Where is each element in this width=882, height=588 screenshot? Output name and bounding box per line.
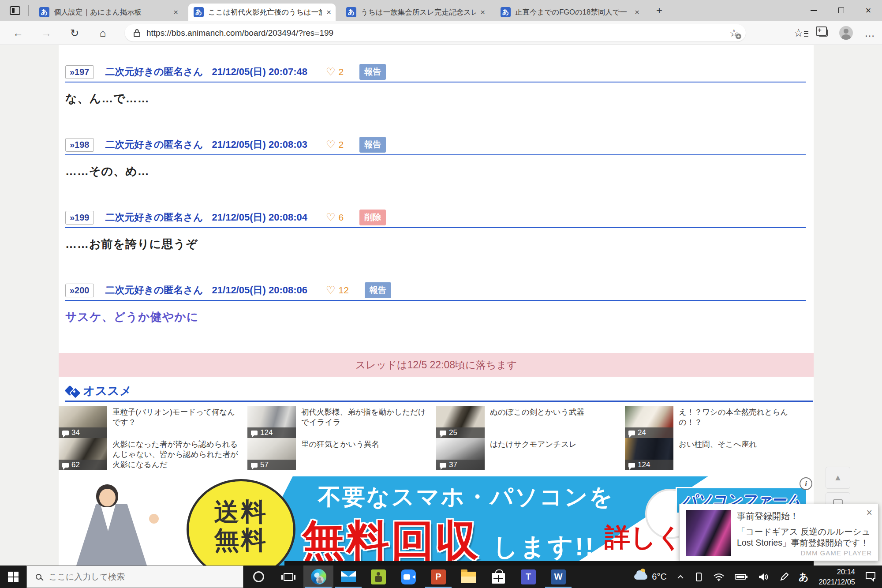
menu-ellipsis-icon[interactable]: … [864,31,876,35]
refresh-button[interactable]: ↻ [67,26,82,40]
task-view-button[interactable] [273,566,303,588]
show-hidden-icons-button[interactable] [677,575,684,579]
taskbar-clock[interactable]: 20:14 2021/12/05 [818,567,855,587]
window-controls: × [800,0,882,21]
post-like-button[interactable]: ♡ 2 [326,139,344,150]
recommend-grid: 34 重粒子(バリオン)モードって何なんです？ 124 初代火影様、弟が指を動か… [59,406,814,470]
ad-cta-text[interactable]: 詳しく [605,521,683,555]
green-app-icon [371,569,386,584]
thread-title-link[interactable]: はたけサクモアンチスレ [490,438,625,449]
thread-title-link[interactable]: 重粒子(バリオン)モードって何なんです？ [112,406,247,427]
pen-tray-icon[interactable] [780,573,789,581]
battery-tray-icon[interactable] [735,573,748,581]
taskbar-teams-button[interactable]: T [513,566,543,588]
report-button[interactable]: 報告 [365,282,391,298]
search-icon [36,574,41,580]
taskbar-file-explorer-button[interactable] [453,566,483,588]
favorites-icon[interactable]: ☆ [794,27,804,38]
collections-icon[interactable] [818,29,828,37]
post-author: 二次元好きの匿名さん [105,211,203,224]
thread-title-link[interactable]: ぬのぼこの剣とかいう武器 [490,406,625,417]
taskbar-zoom-button[interactable] [393,566,423,588]
thread-title-link[interactable]: え！？ワシの本全然売れとらんの！？ [679,406,814,427]
recommend-item[interactable]: 124 初代火影様、弟が指を動かしただけでイライラ [247,406,436,438]
notification-toast[interactable]: 事前登録開始！ 「コードギアス 反逆のルルーシュ Lost Stories」事前… [679,504,878,561]
scroll-to-top-button[interactable]: ▲ [826,467,850,489]
volume-tray-icon[interactable] [758,573,770,581]
thread-title-link[interactable]: 里の狂気とかいう異名 [301,438,436,449]
windows-logo-icon [8,572,19,582]
maximize-button[interactable] [827,0,855,21]
thread-title-link[interactable]: 火影になった者が皆から認められるんじゃない、皆から認められた者が火影になるんだ [112,438,247,470]
tab-3[interactable]: あ うちは一族集会所スレ完走記念スレ × [341,4,490,21]
post-number[interactable]: »200 [65,284,94,297]
comment-count: 24 [638,428,646,437]
back-button[interactable]: ← [11,26,26,40]
site-favicon-icon: あ [39,7,49,17]
post-like-button[interactable]: ♡ 12 [326,285,349,296]
tab-close-icon[interactable]: × [635,8,639,16]
search-input[interactable] [49,572,216,582]
close-window-button[interactable]: × [855,0,882,21]
thread-title-link[interactable]: おい柱間、そこへ座れ [679,438,814,449]
toast-close-icon[interactable]: × [867,508,872,518]
add-favorite-icon[interactable]: ☆ [729,28,739,38]
post-number[interactable]: »199 [65,211,94,225]
forward-button[interactable]: → [39,26,54,40]
recommend-item[interactable]: 24 え！？ワシの本全然売れとらんの！？ [625,406,814,438]
tab-1[interactable]: あ 個人設定｜あにまん掲示板 × [34,4,183,21]
taskbar-word-button[interactable]: W [543,566,573,588]
ime-indicator[interactable]: あ [799,570,809,584]
report-button[interactable]: 報告 [359,137,386,153]
tab-actions-button[interactable] [6,4,24,18]
post-like-button[interactable]: ♡ 2 [326,67,344,77]
weather-cloud-icon [634,574,647,580]
action-center-button[interactable] [865,572,876,582]
recommend-item[interactable]: 25 ぬのぼこの剣とかいう武器 [436,406,625,438]
weather-moon-icon [640,569,645,573]
taskbar: P T W 6°C [0,566,882,588]
tab-2-active[interactable]: あ ここは初代火影死亡後のうちは一族 × [188,4,336,21]
tab-close-icon[interactable]: × [326,8,331,16]
ad-info-icon[interactable]: i [800,477,812,490]
taskbar-edge-button[interactable] [303,566,333,588]
minimize-button[interactable] [800,0,827,21]
report-button[interactable]: 報告 [359,64,386,80]
tab-close-icon[interactable]: × [173,8,178,16]
post-author: 二次元好きの匿名さん [105,284,203,297]
site-favicon-icon: あ [346,7,356,17]
new-tab-button[interactable]: + [652,4,667,17]
recommend-item[interactable]: 57 里の狂気とかいう異名 [247,438,436,470]
thread-title-link[interactable]: 初代火影様、弟が指を動かしただけでイライラ [301,406,436,427]
taskbar-powerpoint-button[interactable]: P [423,566,453,588]
taskbar-mail-button[interactable] [333,566,363,588]
post-199: »199 二次元好きの匿名さん 21/12/05(日) 20:08:04 ♡ 6… [65,210,814,252]
weather-widget[interactable]: 6°C [634,572,667,582]
tab-4[interactable]: あ 正直今までのFGOの18禁同人で一 × [495,4,644,21]
post-like-button[interactable]: ♡ 6 [326,212,344,223]
post-200: »200 二次元好きの匿名さん 21/12/05(日) 20:08:06 ♡ 1… [65,282,814,325]
url-bar[interactable]: https://bbs.animanch.com/board/203494/?r… [125,24,746,41]
wifi-tray-icon[interactable] [713,573,725,581]
post-body-link[interactable]: サスケ、どうか健やかに [65,309,814,325]
recommend-item[interactable]: 62 火影になった者が皆から認められるんじゃない、皆から認められた者が火影になる… [59,438,247,470]
taskbar-search[interactable] [26,566,243,588]
like-count: 6 [339,212,344,223]
home-button[interactable]: ⌂ [95,26,110,40]
cortana-button[interactable] [243,566,273,588]
your-phone-tray-icon[interactable] [694,572,703,582]
recommend-item[interactable]: 34 重粒子(バリオン)モードって何なんです？ [59,406,247,438]
taskbar-green-app-button[interactable] [363,566,393,588]
cortana-icon [253,571,264,582]
taskbar-store-button[interactable] [483,566,513,588]
delete-button[interactable]: 削除 [359,210,386,225]
post-number[interactable]: »197 [65,65,94,79]
recommend-header: オススメ [65,383,132,399]
profile-avatar[interactable] [839,26,853,40]
post-number[interactable]: »198 [65,138,94,152]
post-author: 二次元好きの匿名さん [105,65,203,79]
recommend-item[interactable]: 37 はたけサクモアンチスレ [436,438,625,470]
recommend-item[interactable]: 124 おい柱間、そこへ座れ [625,438,814,470]
start-button[interactable] [0,566,26,588]
tab-close-icon[interactable]: × [480,8,485,16]
